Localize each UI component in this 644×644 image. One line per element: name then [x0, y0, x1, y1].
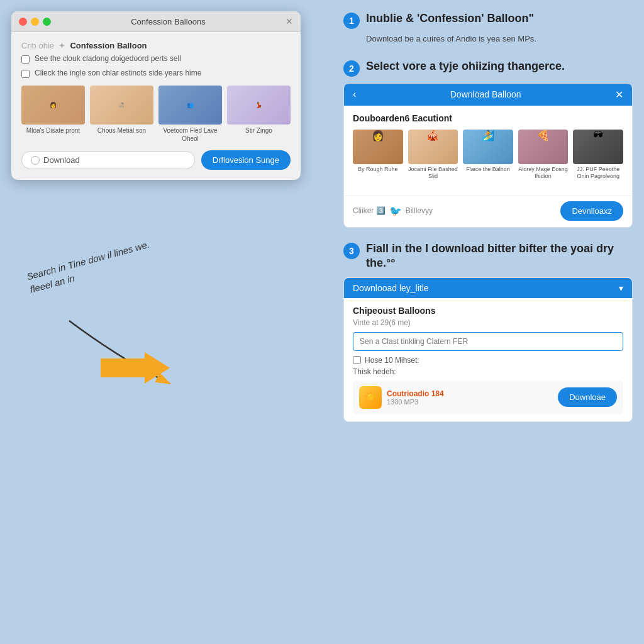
app-window: Confession Balloons ✕ Crib ohie ✦ Confes…	[11, 11, 301, 180]
step-3-panel: Downlooad ley_litle ▾ Chipeoust Balloons…	[343, 277, 633, 422]
footer-twitter-handle: Billlevyy	[406, 206, 433, 215]
checkbox-item-2[interactable]: Clieck the ingle son chlar estinots side…	[21, 69, 291, 78]
step-3-number: 3	[343, 243, 360, 259]
svg-marker-1	[101, 352, 170, 384]
step-3-download-button[interactable]: Downloae	[558, 387, 617, 407]
sub-thumb-4[interactable]: 🍕 Alorey Mage Eosng Ihidion	[518, 130, 569, 180]
sub3-result-meta: 1300 MP3	[387, 398, 558, 406]
thumb-label-1: Mloa's Disate pront	[21, 126, 85, 135]
thumb-label-2: Chous Metial son	[90, 126, 153, 135]
titlebar: Confession Balloons ✕	[11, 11, 301, 32]
step-2-block: 2 Select vore a tyje ohiizing thangerce.…	[343, 59, 633, 228]
maximize-button[interactable]	[43, 18, 51, 26]
arrow-annotation: Search in Tine dow il lines we. fleeel a…	[19, 270, 195, 384]
window-body: Crib ohie ✦ Confession Balloon See the c…	[11, 32, 301, 180]
step-3-header: 3 Fiall in the I download bitter bifter …	[343, 242, 633, 271]
orange-arrow-svg	[101, 352, 176, 390]
download-input-label: Download	[43, 155, 80, 165]
window-controls	[19, 18, 51, 26]
annotation-text: Search in Tine dow il lines we. fleeel a…	[25, 231, 178, 296]
sub-3-header: Downlooad ley_litle ▾	[344, 278, 632, 298]
action-button[interactable]: Drflovesion Sunge	[201, 150, 291, 170]
checkbox-label-2: Clieck the ingle son chlar estinots side…	[35, 69, 201, 77]
sub-3-body: Chipeoust Balloons Vinte at 29(6 me) Hos…	[344, 298, 632, 421]
step-1-header: 1 Inublie & 'Confession' Balloon"	[343, 11, 633, 29]
sub-thumb-img-4: 🍕	[518, 130, 569, 164]
sub-panel-footer: Cliiker 3️⃣ 🐦 Billlevyy Devnlloaxz	[344, 196, 632, 227]
sub-thumb-label-1: By Rough Ruhe	[353, 166, 403, 174]
step-3-block: 3 Fiall in the I download bitter bifter …	[343, 242, 633, 422]
thumb-image-2: 🏖	[90, 86, 153, 125]
download-input[interactable]: Download	[21, 151, 195, 169]
sub-panel-body: Douboarden6 Eacutiont 👩 By Rough Ruhe 🎪 …	[344, 106, 632, 196]
thumbnail-row: 👩 Mloa's Disate pront 🏖 Chous Metial son…	[21, 86, 291, 143]
close-button[interactable]	[19, 18, 27, 26]
sub3-section-title: Chipeoust Balloons	[353, 306, 623, 316]
sub3-misc-label: Thisk hedeh:	[353, 367, 623, 376]
thumb-item-1[interactable]: 👩 Mloa's Disate pront	[21, 86, 85, 143]
sub3-subtitle: Vinte at 29(6 me)	[353, 318, 623, 327]
sub-thumb-2[interactable]: 🎪 Jocami File Bashed Slid	[408, 130, 458, 180]
sub3-checkbox[interactable]	[353, 356, 361, 364]
breadcrumb-main: Confession Balloon	[70, 41, 147, 50]
thumb-item-2[interactable]: 🏖 Chous Metial son	[90, 86, 153, 143]
sub3-result-title: Coutrioadio 184	[387, 389, 558, 398]
sub-panel-header: ‹ Download Balloon ✕	[344, 84, 632, 106]
sub-thumb-3[interactable]: 🏄 Flaice the Balhon	[463, 130, 513, 180]
thumb-image-1: 👩	[21, 86, 85, 125]
thumb-item-3[interactable]: 👥 Voetoom Fled Lave Oheol	[158, 86, 222, 143]
back-arrow-icon[interactable]: ‹	[353, 89, 356, 100]
window-title: Confession Balloons	[131, 17, 206, 26]
thumb-label-4: Stir Zingo	[227, 126, 291, 135]
step-3-title: Fiall in the I download bitter bifter th…	[366, 242, 633, 271]
sub3-checkbox-label: Hose 10 Mihset:	[365, 356, 419, 365]
chevron-down-icon[interactable]: ▾	[619, 283, 623, 293]
checkbox-2[interactable]	[21, 70, 30, 78]
sub3-text-input[interactable]	[353, 332, 623, 351]
sub3-checkbox-row: Hose 10 Mihset:	[353, 356, 623, 365]
sub-panel-title: Download Balloon	[450, 89, 521, 99]
step-2-panel: ‹ Download Balloon ✕ Douboarden6 Eacutio…	[343, 83, 633, 228]
thumb-item-4[interactable]: 💃 Stir Zingo	[227, 86, 291, 143]
step-1-number: 1	[343, 13, 360, 29]
checkbox-label-1: See the clouk cladong doigedoord perts s…	[35, 54, 181, 63]
thumb-image-4: 💃	[227, 86, 291, 125]
twitter-icon: 🐦	[389, 205, 402, 217]
minimize-button[interactable]	[31, 18, 39, 26]
checkbox-item-1[interactable]: See the clouk cladong doigedoord perts s…	[21, 54, 291, 64]
step-1-desc: Download be a cuires of Andio is yea sen…	[366, 33, 633, 45]
sub-thumb-5[interactable]: 🕶 JJ. PUF Peeothe Onin Pagroleong	[573, 130, 623, 180]
sub-thumb-label-3: Flaice the Balhon	[463, 166, 513, 174]
close-x-icon[interactable]: ✕	[286, 16, 293, 26]
radio-circle-icon	[31, 156, 40, 165]
step-2-title: Select vore a tyje ohiizing thangerce.	[366, 59, 565, 74]
sub3-result-row: ☀️ Coutrioadio 184 1300 MP3 Downloae	[353, 381, 623, 414]
checkbox-1[interactable]	[21, 55, 30, 64]
sub-footer-left: Cliiker 3️⃣ 🐦 Billlevyy	[353, 205, 433, 217]
sub-thumb-label-5: JJ. PUF Peeothe Onin Pagroleong	[573, 166, 623, 180]
footer-counter: Cliiker 3️⃣	[353, 206, 386, 215]
instructions-panel: 1 Inublie & 'Confession' Balloon" Downlo…	[343, 11, 633, 436]
sub-thumb-img-5: 🕶	[573, 130, 623, 164]
thumb-label-3: Voetoom Fled Lave Oheol	[158, 126, 222, 143]
step-2-number: 2	[343, 60, 360, 77]
sub-thumb-img-3: 🏄	[463, 130, 513, 164]
sub-thumb-img-1: 👩	[353, 130, 403, 164]
breadcrumb: Crib ohie ✦ Confession Balloon	[21, 41, 291, 50]
breadcrumb-prefix: Crib ohie	[21, 41, 54, 50]
sub-thumb-1[interactable]: 👩 By Rough Ruhe	[353, 130, 403, 180]
step-1-block: 1 Inublie & 'Confession' Balloon" Downlo…	[343, 11, 633, 45]
step-2-header: 2 Select vore a tyje ohiizing thangerce.	[343, 59, 633, 77]
step-2-download-button[interactable]: Devnlloaxz	[560, 201, 623, 221]
window-bottom: Download Drflovesion Sunge	[21, 150, 291, 170]
sub3-result-info: Coutrioadio 184 1300 MP3	[387, 389, 558, 406]
sub-thumb-img-2: 🎪	[408, 130, 458, 164]
sub-thumb-label-4: Alorey Mage Eosng Ihidion	[518, 166, 569, 180]
sub3-result-icon: ☀️	[359, 386, 382, 409]
sub-panel-close-icon[interactable]: ✕	[615, 89, 623, 101]
sub-3-title: Downlooad ley_litle	[353, 283, 429, 293]
sub-thumb-row: 👩 By Rough Ruhe 🎪 Jocami File Bashed Sli…	[353, 130, 623, 180]
step-1-title: Inublie & 'Confession' Balloon"	[366, 11, 534, 26]
thumb-image-3: 👥	[158, 86, 222, 125]
sub-thumb-label-2: Jocami File Bashed Slid	[408, 166, 458, 180]
